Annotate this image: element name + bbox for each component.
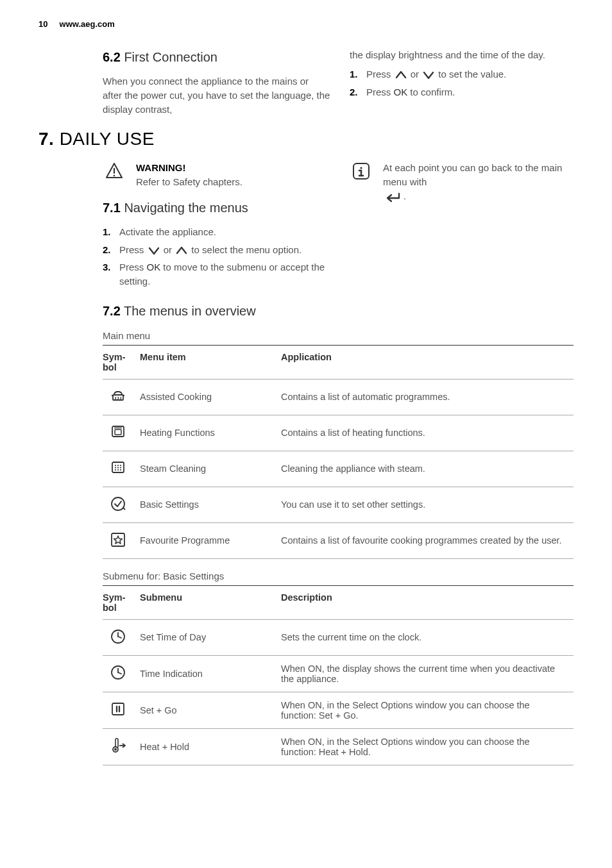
symbol-cell bbox=[103, 451, 140, 487]
menu-item-cell: Steam Cleaning bbox=[140, 451, 281, 487]
main-menu-table: Sym- bol Menu item Application Assisted … bbox=[103, 345, 574, 559]
symbol-cell bbox=[103, 619, 140, 655]
ok-icon: OK bbox=[394, 87, 408, 97]
table-header-application: Application bbox=[281, 345, 574, 379]
return-arrow-icon bbox=[384, 190, 403, 204]
warning-text: Refer to Safety chapters. bbox=[136, 175, 242, 189]
submenu-table: Sym- bol Submenu Description Set Time of… bbox=[103, 585, 574, 765]
section-number: 6.2 bbox=[103, 50, 121, 64]
pause-box-icon bbox=[109, 700, 127, 718]
application-cell: When ON, the display shows the current t… bbox=[281, 655, 574, 692]
oven-icon bbox=[109, 423, 127, 441]
table-row: Heating FunctionsContains a list of heat… bbox=[103, 415, 574, 451]
section-7-1-title: 7.1 Navigating the menus bbox=[103, 199, 330, 217]
step-7-1-1: Activate the appliance. bbox=[103, 225, 330, 239]
section-title-text: The menus in overview bbox=[124, 304, 256, 318]
table-header-submenu: Submenu bbox=[140, 585, 281, 619]
section-number: 7.1 bbox=[103, 201, 121, 215]
ok-icon: OK bbox=[147, 262, 161, 272]
application-cell: Sets the current time on the clock. bbox=[281, 619, 574, 655]
down-caret-icon bbox=[422, 69, 435, 81]
symbol-cell bbox=[103, 692, 140, 728]
section-7-title: 7. DAILY USE bbox=[38, 129, 574, 149]
application-cell: Contains a list of favourite cooking pro… bbox=[281, 522, 574, 558]
application-cell: Cleaning the appliance with steam. bbox=[281, 451, 574, 487]
menu-item-cell: Basic Settings bbox=[140, 487, 281, 522]
table-row: Set + GoWhen ON, in the Select Options w… bbox=[103, 692, 574, 728]
section-number: 7.2 bbox=[103, 304, 121, 318]
symbol-cell bbox=[103, 379, 140, 415]
page-header: 10 www.aeg.com bbox=[38, 19, 574, 29]
para-6-2-right: the display brightness and the time of t… bbox=[350, 48, 574, 62]
section-7-2-title: 7.2 The menus in overview bbox=[103, 304, 574, 319]
section-title-text: First Connection bbox=[124, 50, 217, 64]
application-cell: Contains a list of heating functions. bbox=[281, 415, 574, 451]
table-header-description: Description bbox=[281, 585, 574, 619]
table2-title: Submenu for: Basic Settings bbox=[103, 571, 574, 581]
menu-item-cell: Heating Functions bbox=[140, 415, 281, 451]
application-cell: When ON, in the Select Options window yo… bbox=[281, 728, 574, 765]
table-row: Assisted CookingContains a list of autom… bbox=[103, 379, 574, 415]
table-row: Heat + HoldWhen ON, in the Select Option… bbox=[103, 728, 574, 765]
menu-item-cell: Set Time of Day bbox=[140, 619, 281, 655]
thermo-arrow-icon bbox=[109, 737, 127, 755]
pot-icon bbox=[109, 387, 127, 405]
table-row: Time IndicationWhen ON, the display show… bbox=[103, 655, 574, 692]
symbol-cell bbox=[103, 487, 140, 522]
symbol-cell bbox=[103, 522, 140, 558]
table-header-symbol: Sym- bol bbox=[103, 585, 140, 619]
symbol-cell bbox=[103, 415, 140, 451]
section-number: 7. bbox=[38, 129, 54, 149]
table-row: Steam CleaningCleaning the appliance wit… bbox=[103, 451, 574, 487]
up-caret-icon bbox=[395, 69, 407, 81]
step-7-1-2: Press or to select the menu option. bbox=[103, 243, 330, 257]
menu-item-cell: Heat + Hold bbox=[140, 728, 281, 765]
menu-item-cell: Time Indication bbox=[140, 655, 281, 692]
warning-block: WARNING! Refer to Safety chapters. bbox=[103, 161, 330, 189]
info-block: At each point you can go back to the mai… bbox=[350, 161, 574, 204]
info-text: At each point you can go back to the mai… bbox=[383, 162, 562, 187]
menu-item-cell: Favourite Programme bbox=[140, 522, 281, 558]
symbol-cell bbox=[103, 728, 140, 765]
table-row: Set Time of DaySets the current time on … bbox=[103, 619, 574, 655]
section-title-text: DAILY USE bbox=[54, 129, 154, 149]
section-title-text: Navigating the menus bbox=[124, 201, 248, 215]
page-number: 10 bbox=[38, 19, 47, 29]
info-box-icon bbox=[351, 161, 371, 181]
menu-item-cell: Set + Go bbox=[140, 692, 281, 728]
application-cell: Contains a list of automatic programmes. bbox=[281, 379, 574, 415]
content-area: 6.2 First Connection When you connect th… bbox=[38, 48, 574, 765]
application-cell: You can use it to set other settings. bbox=[281, 487, 574, 522]
table-row: Favourite ProgrammeContains a list of fa… bbox=[103, 522, 574, 558]
warning-triangle-icon bbox=[104, 161, 124, 181]
para-6-2-left: When you connect the appliance to the ma… bbox=[103, 74, 330, 116]
up-caret-icon bbox=[175, 245, 188, 256]
step-6-2-2: Press OK to confirm. bbox=[350, 85, 574, 99]
table-header-symbol: Sym- bol bbox=[103, 345, 140, 379]
site-url: www.aeg.com bbox=[60, 19, 115, 29]
clock-icon bbox=[109, 664, 127, 681]
clock-icon bbox=[109, 628, 127, 646]
table1-title: Main menu bbox=[103, 330, 574, 341]
menu-item-cell: Assisted Cooking bbox=[140, 379, 281, 415]
star-box-icon bbox=[109, 531, 127, 549]
steam-grid-icon bbox=[109, 459, 127, 477]
check-clock-icon bbox=[109, 495, 127, 513]
step-7-1-3: Press OK to move to the submenu or accep… bbox=[103, 260, 330, 288]
section-6-2-title: 6.2 First Connection bbox=[103, 48, 330, 67]
symbol-cell bbox=[103, 655, 140, 692]
step-6-2-1: Press or to set the value. bbox=[350, 67, 574, 81]
down-caret-icon bbox=[148, 245, 160, 256]
table-header-menu-item: Menu item bbox=[140, 345, 281, 379]
table-row: Basic SettingsYou can use it to set othe… bbox=[103, 487, 574, 522]
warning-label: WARNING! bbox=[136, 161, 242, 175]
application-cell: When ON, in the Select Options window yo… bbox=[281, 692, 574, 728]
